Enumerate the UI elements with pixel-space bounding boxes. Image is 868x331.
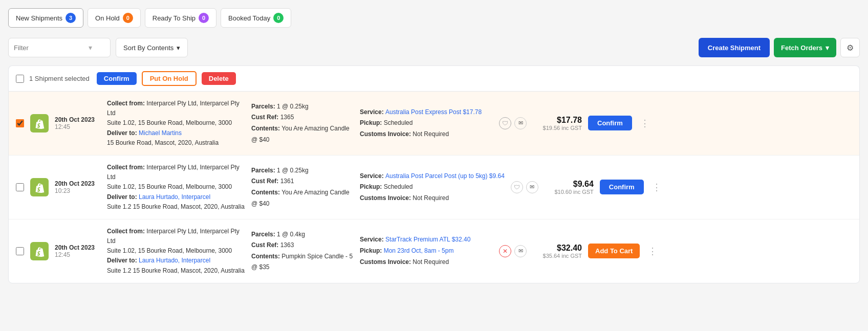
- price-1: $17.78: [536, 116, 582, 125]
- shield-icon-3[interactable]: ✕: [499, 245, 511, 257]
- customs-2: Not Required: [413, 194, 449, 202]
- parcels-col-2: Parcels: 1 @ 0.25kg Cust Ref: 1361 Conte…: [251, 165, 354, 209]
- action-col-3: Add To Cart: [588, 244, 640, 258]
- add-to-cart-button-3[interactable]: Add To Cart: [588, 244, 640, 258]
- confirm-selected-button[interactable]: Confirm: [97, 72, 137, 85]
- delete-button[interactable]: Delete: [202, 72, 236, 85]
- row-checkbox-3[interactable]: [16, 247, 24, 255]
- tab-on-hold[interactable]: On Hold 0: [88, 8, 141, 28]
- cust-ref-2: 1361: [280, 178, 294, 185]
- filter-input-wrap[interactable]: ▾: [8, 38, 111, 57]
- price-col-2: $9.64 $10.60 inc GST: [548, 180, 594, 195]
- confirm-button-2[interactable]: Confirm: [600, 180, 644, 194]
- tab-new-shipments-badge: 3: [66, 13, 76, 23]
- table-row: 20th Oct 2023 12:45 Collect from: Interp…: [9, 92, 859, 156]
- price-3: $32.40: [536, 244, 582, 253]
- toolbar-right: Create Shipment Fetch Orders ▾ ⚙: [699, 38, 860, 57]
- fetch-orders-button[interactable]: Fetch Orders ▾: [774, 38, 836, 57]
- service-1[interactable]: Australia Post Express Post $17.78: [385, 108, 482, 116]
- tab-new-shipments[interactable]: New Shipments 3: [8, 8, 83, 28]
- deliver-address-3: Suite 1.2 15 Bourke Road, Mascot, 2020, …: [107, 267, 245, 274]
- sort-label: Sort By Contents: [123, 44, 173, 52]
- page-wrapper: New Shipments 3 On Hold 0 Ready To Ship …: [0, 0, 868, 331]
- price-gst-2: $10.60 inc GST: [548, 189, 594, 195]
- parcels-3: 1 @ 0.4kg: [277, 231, 305, 238]
- select-all-checkbox[interactable]: [16, 75, 24, 83]
- collect-address-1: Suite 1.02, 15 Bourke Road, Melbourne, 3…: [107, 119, 232, 126]
- parcels-col-1: Parcels: 1 @ 0.25kg Cust Ref: 1365 Conte…: [251, 101, 354, 145]
- create-shipment-button[interactable]: Create Shipment: [699, 38, 770, 57]
- date-2: 20th Oct 2023: [55, 180, 101, 187]
- date-3: 20th Oct 2023: [55, 244, 101, 251]
- envelope-icon-2[interactable]: ✉: [526, 181, 538, 193]
- fetch-label: Fetch Orders: [781, 44, 822, 52]
- price-gst-1: $19.56 inc GST: [536, 125, 582, 131]
- tab-ready-to-ship[interactable]: Ready To Ship 0: [145, 8, 216, 28]
- customs-3: Not Required: [413, 258, 449, 266]
- service-col-3: Service: StarTrack Premium ATL $32.40 Pi…: [360, 234, 493, 268]
- tab-on-hold-label: On Hold: [95, 14, 120, 22]
- date-col-3: 20th Oct 2023 12:45: [55, 244, 101, 258]
- collect-address-3: Suite 1.02, 15 Bourke Road, Melbourne, 3…: [107, 247, 232, 254]
- envelope-icon-3[interactable]: ✉: [514, 245, 527, 257]
- tab-booked-today[interactable]: Booked Today 0: [221, 8, 291, 28]
- shield-icon-2[interactable]: 🛡: [511, 181, 523, 193]
- sort-chevron-icon: ▾: [177, 44, 180, 52]
- shopify-icon-1: [30, 114, 49, 133]
- icons-col-2: 🛡 ✉: [511, 181, 541, 193]
- deliver-to-3[interactable]: Laura Hurtado, Interparcel: [139, 257, 210, 264]
- deliver-to-1[interactable]: Michael Martins: [139, 129, 182, 137]
- customs-1: Not Required: [413, 130, 449, 138]
- selection-label: 1 Shipment selected: [29, 75, 90, 82]
- settings-icon-button[interactable]: ⚙: [840, 38, 860, 57]
- put-on-hold-button[interactable]: Put On Hold: [142, 71, 197, 86]
- deliver-label-1: Deliver to:: [107, 129, 139, 137]
- filter-icon: ▾: [89, 43, 92, 52]
- more-options-3[interactable]: ⋮: [646, 246, 659, 257]
- confirm-button-1[interactable]: Confirm: [588, 116, 632, 130]
- service-col-2: Service: Australia Post Parcel Post (up …: [360, 171, 505, 204]
- row-checkbox-1[interactable]: [16, 119, 24, 127]
- address-col-1: Collect from: Interparcel Pty Ltd, Inter…: [107, 99, 245, 148]
- date-1: 20th Oct 2023: [55, 116, 101, 123]
- deliver-to-2[interactable]: Laura Hurtado, Interparcel: [139, 193, 210, 201]
- address-col-2: Collect from: Interparcel Pty Ltd, Inter…: [107, 163, 245, 212]
- shopify-icon-2: [30, 178, 49, 196]
- parcels-1: 1 @ 0.25kg: [277, 103, 309, 110]
- selection-bar: 1 Shipment selected Confirm Put On Hold …: [8, 65, 860, 91]
- shopify-icon-3: [30, 242, 49, 260]
- table-row: 20th Oct 2023 12:45 Collect from: Interp…: [9, 219, 859, 283]
- shield-icon-1[interactable]: 🛡: [499, 117, 511, 129]
- settings-icon: ⚙: [847, 43, 854, 53]
- row-checkbox-2[interactable]: [16, 183, 24, 191]
- fetch-chevron-icon: ▾: [826, 44, 829, 52]
- pickup-1: Scheduled: [384, 119, 413, 126]
- price-col-1: $17.78 $19.56 inc GST: [536, 116, 582, 131]
- icons-col-1: 🛡 ✉: [499, 117, 530, 129]
- cust-ref-1: 1365: [280, 114, 294, 121]
- envelope-icon-1[interactable]: ✉: [514, 117, 527, 129]
- time-3: 12:45: [55, 251, 101, 258]
- tab-booked-today-badge: 0: [273, 13, 284, 23]
- filter-input[interactable]: [14, 44, 85, 52]
- icons-col-3: ✕ ✉: [499, 245, 530, 257]
- service-3[interactable]: StarTrack Premium ATL $32.40: [385, 236, 470, 243]
- parcels-2: 1 @ 0.25kg: [277, 167, 309, 174]
- action-col-2: Confirm: [600, 180, 644, 194]
- tab-new-shipments-label: New Shipments: [16, 14, 62, 22]
- service-2[interactable]: Australia Post Parcel Post (up to 5kg) $…: [385, 172, 505, 180]
- more-options-2[interactable]: ⋮: [650, 182, 663, 193]
- action-col-1: Confirm: [588, 116, 632, 130]
- price-2: $9.64: [548, 180, 594, 189]
- sort-by-contents-button[interactable]: Sort By Contents ▾: [116, 38, 188, 57]
- more-options-1[interactable]: ⋮: [638, 118, 652, 129]
- service-col-1: Service: Australia Post Express Post $17…: [360, 107, 493, 140]
- shipments-container: 20th Oct 2023 12:45 Collect from: Interp…: [8, 91, 860, 283]
- tab-booked-today-label: Booked Today: [228, 14, 270, 22]
- price-gst-3: $35.64 inc GST: [536, 253, 582, 259]
- address-col-3: Collect from: Interparcel Pty Ltd, Inter…: [107, 227, 245, 276]
- pickup-3[interactable]: Mon 23rd Oct, 8am - 5pm: [384, 247, 454, 254]
- deliver-address-1: 15 Bourke Road, Mascot, 2020, Australia: [107, 139, 219, 146]
- tab-on-hold-badge: 0: [123, 13, 133, 23]
- toolbar: ▾ Sort By Contents ▾ Create Shipment Fet…: [8, 38, 860, 57]
